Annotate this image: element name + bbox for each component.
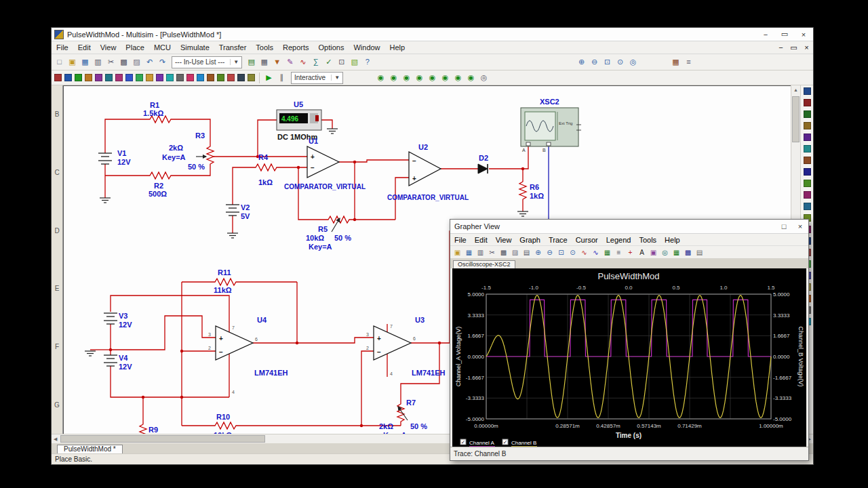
menu-view[interactable]: View [96, 42, 121, 53]
word-generator-icon[interactable] [804, 168, 811, 176]
trace-blue-icon[interactable]: ∿ [591, 247, 601, 258]
save-icon[interactable]: ▦ [464, 247, 474, 258]
group-analog-icon[interactable] [95, 74, 102, 81]
multimeter-icon[interactable] [804, 87, 811, 95]
group-advanced-peripherals-icon[interactable] [176, 74, 184, 81]
menu-graph[interactable]: Graph [515, 235, 545, 245]
group-power-icon[interactable] [156, 74, 163, 81]
add-text-icon[interactable]: A [637, 247, 647, 258]
border-toggle-icon[interactable]: ≡ [683, 57, 694, 67]
page-setup-icon[interactable]: ▤ [521, 247, 532, 258]
menu-cursor[interactable]: Cursor [572, 235, 602, 245]
scroll-left-icon[interactable]: ◀ [52, 436, 59, 442]
oscilloscope-xsc2[interactable]: Ext Trig A B XSC2 [521, 98, 581, 152]
reference-probe-icon[interactable]: ◉ [439, 73, 451, 83]
zoom-fit-icon[interactable]: ⊙ [614, 57, 626, 67]
bus-icon[interactable] [248, 74, 255, 81]
close-icon[interactable]: × [792, 220, 808, 233]
group-transistors-icon[interactable] [85, 74, 92, 81]
design-toolbox-icon[interactable]: ▤ [245, 57, 257, 67]
mdi-close-icon[interactable]: × [801, 43, 812, 53]
battery-v2[interactable]: V2 5V [226, 203, 250, 220]
group-rf-icon[interactable] [186, 74, 194, 81]
menu-edit[interactable]: Edit [471, 235, 492, 245]
resistor-r9[interactable]: R9 1kΩ [140, 422, 163, 434]
hierarchical-block-icon[interactable] [237, 74, 245, 81]
menu-file[interactable]: File [52, 42, 73, 53]
voltmeter-u5[interactable]: 4.496 U5 DC 1MOhm [277, 100, 321, 141]
function-generator-icon[interactable] [804, 99, 811, 106]
redo-icon[interactable]: ↷ [157, 57, 168, 67]
undo-icon[interactable]: ↶ [144, 57, 155, 67]
minimize-icon[interactable]: − [756, 28, 775, 41]
menu-options[interactable]: Options [314, 42, 349, 53]
grapher-title-bar[interactable]: Grapher View □× [450, 220, 808, 234]
zoom-full-icon[interactable]: ⊙ [568, 247, 578, 258]
menu-tools[interactable]: Tools [635, 235, 660, 245]
group-diodes-icon[interactable] [75, 74, 82, 81]
logic-analyzer-icon[interactable] [804, 191, 811, 199]
resistor-r2[interactable]: R2 500Ω [146, 172, 176, 198]
show-grid-icon[interactable]: ▦ [602, 247, 612, 258]
current-probe-icon[interactable]: ◉ [388, 73, 399, 83]
properties-icon[interactable]: ▣ [648, 247, 658, 258]
open-icon[interactable]: ▣ [452, 247, 462, 258]
title-bar[interactable]: PulseWidthMod - Multisim - [PulseWidthMo… [52, 28, 813, 41]
oscilloscope-icon[interactable] [804, 122, 811, 129]
save-icon[interactable]: ▦ [79, 57, 91, 67]
group-indicators-icon[interactable] [146, 74, 153, 81]
group-mcu-icon[interactable] [227, 74, 235, 81]
menu-legend[interactable]: Legend [602, 235, 635, 245]
potentiometer-r5[interactable]: R5 10kΩ 50 % Key=A [306, 216, 354, 251]
mdi-minimize-icon[interactable]: − [775, 43, 787, 53]
opamp-u4[interactable]: + − 3 2 6 7 4 U4 LM741EH [208, 316, 288, 394]
copy-icon[interactable]: ▩ [118, 57, 130, 67]
zoom-out-icon[interactable]: ⊖ [589, 57, 600, 67]
new-file-icon[interactable]: □ [54, 57, 65, 67]
erc-icon[interactable]: ✓ [323, 57, 334, 67]
menu-reports[interactable]: Reports [278, 42, 314, 53]
group-ni-components-icon[interactable] [207, 74, 214, 81]
differential-probe-icon[interactable]: ◉ [414, 73, 425, 83]
copy-icon[interactable]: ▩ [498, 247, 509, 258]
resistor-r1[interactable]: R1 1.5kΩ [143, 101, 176, 123]
pause-simulation-icon[interactable]: ∥ [276, 73, 288, 83]
volt-current-probe-icon[interactable]: ◉ [427, 73, 438, 83]
mdi-restore-icon[interactable]: ▭ [788, 43, 800, 53]
group-cmos-icon[interactable] [115, 74, 123, 81]
phase-probe-icon[interactable]: ◉ [465, 73, 477, 83]
postprocessor-icon[interactable]: ∑ [310, 57, 321, 67]
group-electromechanical-icon[interactable] [197, 74, 204, 81]
component-wizard-icon[interactable]: ✎ [284, 57, 296, 67]
breadboard-icon[interactable]: ▧ [349, 57, 360, 67]
vertical-scroll-thumb[interactable] [792, 96, 800, 142]
group-misc-icon[interactable] [166, 74, 174, 81]
menu-tools[interactable]: Tools [251, 42, 278, 53]
grid-toggle-icon[interactable]: ▦ [670, 57, 682, 67]
close-icon[interactable]: × [794, 28, 813, 41]
show-legend-icon[interactable]: ≡ [614, 247, 624, 258]
menu-simulate[interactable]: Simulate [176, 42, 214, 53]
iv-analyzer-icon[interactable] [804, 203, 811, 210]
print-icon[interactable]: ▥ [92, 57, 104, 67]
cut-icon[interactable]: ✂ [105, 57, 117, 67]
menu-place[interactable]: Place [121, 42, 149, 53]
bode-plotter-icon[interactable] [804, 145, 811, 152]
paste-icon[interactable]: ▨ [131, 57, 142, 67]
zoom-in-icon[interactable]: ⊕ [576, 57, 587, 67]
group-basic-icon[interactable] [64, 74, 72, 81]
tab-oscilloscope-xsc2[interactable]: Oscilloscope-XSC2 [453, 260, 515, 268]
comparator-u1[interactable]: + − U1 COMPARATOR_VIRTUAL [284, 137, 366, 190]
sheet-tab-pulsewidthmod[interactable]: PulseWidthMod * [57, 445, 123, 453]
resistor-r4[interactable]: R4 1kΩ [252, 153, 281, 186]
resistor-r11[interactable]: R11 11kΩ [211, 268, 241, 294]
potentiometer-r7[interactable]: R7 2kΩ 50 % Key=A [379, 399, 427, 434]
digital-probe-icon[interactable]: ◉ [452, 73, 464, 83]
menu-help[interactable]: Help [660, 235, 684, 245]
maximize-icon[interactable]: □ [776, 220, 792, 233]
menu-help[interactable]: Help [385, 42, 410, 53]
resistor-r6[interactable]: R6 1kΩ [519, 179, 544, 202]
zoom-sheet-icon[interactable]: ◎ [627, 57, 639, 67]
opamp-u3[interactable]: + − 3 2 6 7 4 U3 LM741EH [366, 316, 446, 377]
menu-transfer[interactable]: Transfer [214, 42, 252, 53]
